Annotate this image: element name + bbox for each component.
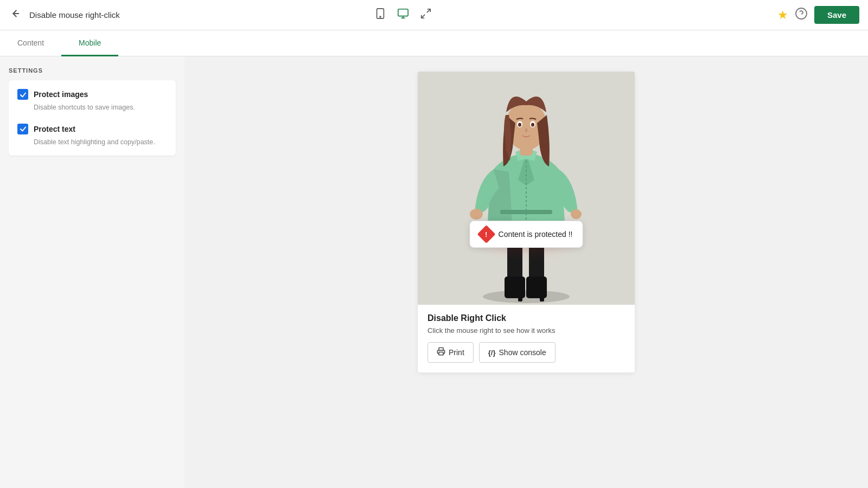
svg-rect-3 — [398, 9, 408, 16]
svg-rect-27 — [500, 210, 552, 214]
star-icon[interactable]: ★ — [777, 8, 788, 22]
console-icon: {/} — [488, 349, 496, 357]
svg-point-2 — [380, 16, 381, 17]
svg-line-7 — [422, 15, 425, 18]
setting-row-text: Protect text — [17, 124, 167, 134]
svg-rect-17 — [540, 294, 544, 301]
preview-area: Content is protected !! Disable Right Cl… — [184, 56, 868, 488]
content-protected-tooltip: Content is protected !! — [470, 221, 583, 248]
show-console-button[interactable]: {/} Show console — [479, 342, 556, 363]
svg-rect-28 — [439, 352, 443, 355]
svg-point-8 — [796, 8, 807, 19]
header-right: ★ Save — [777, 6, 859, 24]
svg-point-24 — [518, 123, 521, 127]
print-button[interactable]: Print — [427, 342, 474, 363]
protect-text-desc: Disable text highlighting and copy/paste… — [17, 138, 167, 147]
setting-protect-text: Protect text Disable text highlighting a… — [17, 124, 167, 147]
print-icon — [437, 347, 445, 358]
tablet-icon[interactable] — [374, 8, 386, 22]
checkbox-protect-images[interactable] — [17, 89, 28, 100]
preview-card: Content is protected !! Disable Right Cl… — [418, 72, 635, 373]
setting-protect-images: Protect images Disable shortcuts to save… — [17, 89, 167, 113]
settings-label: SETTINGS — [9, 67, 176, 74]
main-layout: SETTINGS Protect images Disable shortcut… — [0, 56, 868, 488]
protect-text-title: Protect text — [34, 125, 75, 133]
svg-line-6 — [427, 9, 430, 12]
header: Disable mouse right-click ★ Save — [0, 0, 868, 30]
tabs: Content Mobile — [0, 30, 868, 56]
desktop-icon[interactable] — [397, 8, 409, 22]
image-container: Content is protected !! — [418, 72, 635, 305]
card-actions: Print {/} Show console — [427, 342, 625, 363]
page-title: Disable mouse right-click — [29, 10, 374, 20]
sidebar: SETTINGS Protect images Disable shortcut… — [0, 56, 184, 488]
tab-content[interactable]: Content — [0, 31, 61, 56]
svg-rect-16 — [518, 294, 522, 301]
card-title: Disable Right Click — [427, 313, 625, 323]
back-button[interactable] — [9, 8, 21, 22]
save-button[interactable]: Save — [814, 6, 859, 24]
warning-diamond-icon — [477, 225, 496, 243]
card-desc: Click the mouse right to see how it work… — [427, 326, 625, 335]
settings-card: Protect images Disable shortcuts to save… — [9, 80, 176, 156]
svg-point-25 — [531, 123, 534, 127]
setting-row-images: Protect images — [17, 89, 167, 100]
svg-point-19 — [571, 209, 582, 219]
help-icon[interactable] — [795, 7, 808, 23]
card-footer: Disable Right Click Click the mouse righ… — [418, 305, 635, 373]
tab-mobile[interactable]: Mobile — [61, 31, 118, 56]
device-switcher — [374, 8, 432, 22]
fullscreen-icon[interactable] — [420, 8, 432, 22]
tooltip-text: Content is protected !! — [499, 230, 573, 239]
checkbox-protect-text[interactable] — [17, 124, 28, 134]
protect-images-desc: Disable shortcuts to save images. — [17, 103, 167, 113]
svg-point-18 — [470, 209, 483, 220]
fashion-image — [418, 72, 635, 305]
protect-images-title: Protect images — [34, 90, 88, 99]
